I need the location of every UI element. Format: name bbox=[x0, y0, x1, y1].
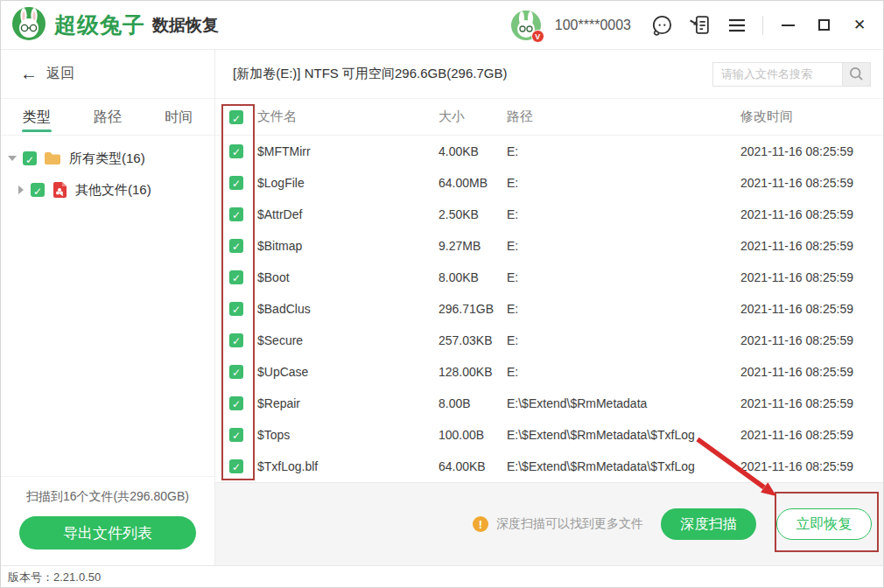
cell-modified: 2021-11-16 08:25:59 bbox=[740, 428, 883, 442]
avatar[interactable]: V bbox=[510, 10, 542, 41]
cell-file-name: $Tops bbox=[257, 428, 438, 442]
version-value: 2.21.0.50 bbox=[53, 570, 101, 584]
customer-service-icon[interactable] bbox=[649, 13, 674, 38]
table-row[interactable]: $Bitmap 9.27MB E: 2021-11-16 08:25:59 bbox=[215, 230, 883, 262]
search-button[interactable] bbox=[842, 62, 871, 87]
account-number: 100****0003 bbox=[555, 18, 631, 33]
cell-modified: 2021-11-16 08:25:59 bbox=[740, 270, 883, 284]
back-arrow-icon bbox=[20, 64, 38, 84]
back-label: 返回 bbox=[46, 65, 74, 83]
caret-right-icon[interactable] bbox=[18, 186, 24, 194]
cell-file-name: $TxfLog.blf bbox=[257, 459, 438, 473]
tree-item-all-types[interactable]: 所有类型(16) bbox=[1, 143, 214, 174]
cell-size: 296.71GB bbox=[438, 302, 507, 316]
deep-scan-button[interactable]: 深度扫描 bbox=[661, 508, 756, 540]
close-icon bbox=[853, 16, 866, 34]
row-checkbox[interactable] bbox=[229, 459, 243, 473]
feedback-icon[interactable] bbox=[687, 13, 712, 38]
row-checkbox[interactable] bbox=[229, 365, 243, 379]
tree-checkbox[interactable] bbox=[31, 183, 45, 197]
cell-modified: 2021-11-16 08:25:59 bbox=[740, 239, 883, 253]
cell-path: E: bbox=[507, 207, 740, 221]
row-checkbox[interactable] bbox=[229, 270, 243, 284]
cell-path: E: bbox=[507, 270, 740, 284]
table-row[interactable]: $Tops 100.00B E:\$Extend\$RmMetadata\$Tx… bbox=[215, 419, 883, 451]
tab-time[interactable]: 时间 bbox=[144, 99, 214, 135]
search-input[interactable] bbox=[712, 62, 842, 87]
cell-file-name: $UpCase bbox=[257, 365, 438, 379]
sidebar-tabs: 类型 路径 时间 bbox=[1, 99, 214, 136]
row-checkbox[interactable] bbox=[229, 333, 243, 347]
row-checkbox[interactable] bbox=[229, 239, 243, 253]
tab-path[interactable]: 路径 bbox=[72, 99, 143, 135]
back-button[interactable]: 返回 bbox=[1, 50, 214, 99]
cell-size: 64.00MB bbox=[438, 176, 507, 190]
cell-path: E:\$Extend\$RmMetadata\$TxfLog bbox=[507, 428, 740, 442]
warning-icon bbox=[473, 516, 488, 532]
minimize-button[interactable] bbox=[776, 14, 799, 37]
tree-checkbox[interactable] bbox=[23, 151, 37, 165]
export-file-list-button[interactable]: 导出文件列表 bbox=[19, 516, 196, 550]
table-row[interactable]: $MFTMirr 4.00KB E: 2021-11-16 08:25:59 bbox=[215, 136, 883, 167]
cell-size: 2.50KB bbox=[438, 207, 507, 221]
cell-modified: 2021-11-16 08:25:59 bbox=[740, 144, 883, 158]
column-header-modified: 修改时间 bbox=[740, 108, 883, 125]
table-row[interactable]: $Boot 8.00KB E: 2021-11-16 08:25:59 bbox=[215, 262, 883, 293]
tree-item-label: 其他文件(16) bbox=[75, 182, 151, 199]
brand-name: 超级兔子 bbox=[54, 10, 145, 39]
table-row[interactable]: $BadClus 296.71GB E: 2021-11-16 08:25:59 bbox=[215, 293, 883, 325]
column-header-size: 大小 bbox=[438, 108, 507, 125]
cell-modified: 2021-11-16 08:25:59 bbox=[740, 365, 883, 379]
cell-size: 8.00B bbox=[438, 396, 507, 410]
cell-size: 8.00KB bbox=[438, 270, 507, 284]
volume-info: [新加卷(E:)] NTFS 可用空间296.6GB(296.7GB) bbox=[233, 66, 507, 82]
deep-scan-tip: 深度扫描可以找到更多文件 深度扫描 立即恢复 bbox=[473, 508, 872, 540]
row-checkbox[interactable] bbox=[229, 176, 243, 190]
cell-path: E:\$Extend\$RmMetadata bbox=[507, 396, 740, 410]
table-row[interactable]: $Repair 8.00B E:\$Extend\$RmMetadata 202… bbox=[215, 388, 883, 419]
table-row[interactable]: $Secure 257.03KB E: 2021-11-16 08:25:59 bbox=[215, 325, 883, 356]
cell-modified: 2021-11-16 08:25:59 bbox=[740, 207, 883, 221]
file-table-header: 文件名 大小 路径 修改时间 bbox=[215, 99, 883, 136]
cell-size: 128.00KB bbox=[438, 365, 507, 379]
version-label: 版本号： bbox=[8, 570, 53, 585]
table-row[interactable]: $UpCase 128.00KB E: 2021-11-16 08:25:59 bbox=[215, 356, 883, 388]
tab-type[interactable]: 类型 bbox=[1, 99, 72, 135]
row-checkbox[interactable] bbox=[229, 144, 243, 158]
brand: 超级兔子 数据恢复 bbox=[11, 6, 219, 45]
cell-size: 100.00B bbox=[438, 428, 507, 442]
close-button[interactable] bbox=[848, 14, 871, 37]
cell-path: E: bbox=[507, 239, 740, 253]
sidebar-bottom: 扫描到16个文件(共296.80GB) 导出文件列表 bbox=[1, 476, 214, 565]
volume-bar: [新加卷(E:)] NTFS 可用空间296.6GB(296.7GB) bbox=[215, 50, 883, 99]
cell-modified: 2021-11-16 08:25:59 bbox=[740, 302, 883, 316]
cell-path: E: bbox=[507, 365, 740, 379]
cell-path: E: bbox=[507, 333, 740, 347]
tree-item-other-files[interactable]: 其他文件(16) bbox=[1, 174, 214, 206]
folder-icon bbox=[44, 151, 61, 165]
table-row[interactable]: $TxfLog.blf 64.00KB E:\$Extend\$RmMetada… bbox=[215, 451, 883, 482]
cell-size: 4.00KB bbox=[438, 144, 507, 158]
app-window: 超级兔子 数据恢复 V 100****0003 bbox=[0, 0, 884, 588]
cell-size: 9.27MB bbox=[438, 239, 507, 253]
row-checkbox[interactable] bbox=[229, 428, 243, 442]
cell-modified: 2021-11-16 08:25:59 bbox=[740, 176, 883, 190]
row-checkbox[interactable] bbox=[229, 302, 243, 316]
brand-suffix: 数据恢复 bbox=[152, 14, 219, 37]
header-divider bbox=[762, 16, 763, 35]
other-files-icon bbox=[52, 181, 67, 199]
table-row[interactable]: $LogFile 64.00MB E: 2021-11-16 08:25:59 bbox=[215, 167, 883, 199]
caret-down-icon[interactable] bbox=[8, 156, 17, 161]
cell-file-name: $Bitmap bbox=[257, 239, 438, 253]
maximize-button[interactable] bbox=[812, 14, 835, 37]
cell-modified: 2021-11-16 08:25:59 bbox=[740, 333, 883, 347]
row-checkbox[interactable] bbox=[229, 396, 243, 410]
select-all-checkbox[interactable] bbox=[229, 110, 243, 124]
cell-size: 64.00KB bbox=[438, 459, 507, 473]
table-row[interactable]: $AttrDef 2.50KB E: 2021-11-16 08:25:59 bbox=[215, 199, 883, 230]
row-checkbox[interactable] bbox=[229, 207, 243, 221]
cell-file-name: $LogFile bbox=[257, 176, 438, 190]
recover-now-button[interactable]: 立即恢复 bbox=[776, 508, 872, 540]
menu-icon[interactable] bbox=[725, 13, 749, 38]
header-actions: V 100****0003 bbox=[510, 10, 871, 41]
